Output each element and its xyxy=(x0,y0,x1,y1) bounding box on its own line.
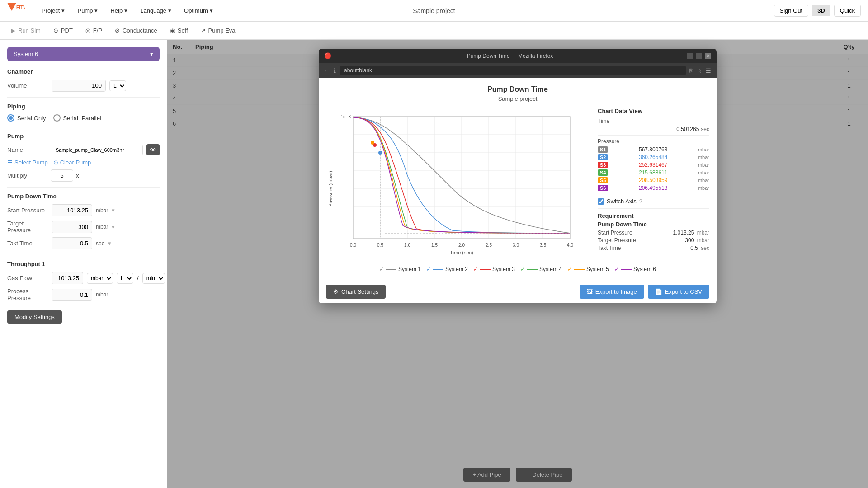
target-pressure-label: Target Pressure xyxy=(7,220,48,234)
chart-area: Pressure (mbar) xyxy=(326,108,709,263)
chart-settings-button[interactable]: ⚙ Chart Settings xyxy=(326,285,386,299)
legend-system4[interactable]: ✓ System 4 xyxy=(520,266,562,272)
y-axis-label: Pressure (mbar) xyxy=(328,171,333,206)
legend-system5[interactable]: ✓ System 5 xyxy=(567,266,609,272)
multiply-label: Multiply xyxy=(7,172,48,179)
legend-system1[interactable]: ✓ System 1 xyxy=(379,266,421,272)
browser-url-bar[interactable] xyxy=(340,66,686,75)
legend-check-system2: ✓ xyxy=(426,266,431,272)
project-name: Sample project xyxy=(413,7,455,14)
legend-line-system1 xyxy=(386,269,396,270)
svg-text:3.5: 3.5 xyxy=(540,243,546,248)
nav-menu: Project ▾ Pump ▾ Help ▾ Language ▾ Optim… xyxy=(36,5,774,17)
legend-system6[interactable]: ✓ System 6 xyxy=(614,266,656,272)
chart-bottom-bar: ⚙ Chart Settings 🖼 Export to Image 📄 Exp… xyxy=(319,280,717,303)
s3-badge: S3 xyxy=(598,162,608,168)
back-icon[interactable]: ← xyxy=(324,67,330,74)
chevron-down-icon: ▾ xyxy=(210,7,213,14)
select-pump-button[interactable]: ☰ Select Pump xyxy=(7,159,48,166)
sub-nav-run-sim[interactable]: ▶ Run Sim xyxy=(5,25,46,36)
export-csv-button[interactable]: 📄 Export to CSV xyxy=(648,285,709,299)
sub-nav-pdt[interactable]: ⊙ PDT xyxy=(48,25,78,36)
takt-time-label: Takt Time xyxy=(7,240,48,247)
volume-input[interactable] xyxy=(52,80,106,92)
piping-radio-group: Serial Only Serial+Parallel xyxy=(7,114,160,122)
cdv-time-value: 0.501265 xyxy=(676,126,699,132)
nav-pump[interactable]: Pump ▾ xyxy=(72,5,103,17)
nav-right: Sign Out 3D Quick xyxy=(774,5,861,17)
3d-button[interactable]: 3D xyxy=(812,5,830,16)
target-pressure-input[interactable] xyxy=(52,221,92,233)
series-row-s1: S1 567.800763 mbar xyxy=(598,146,709,153)
legend-system3[interactable]: ✓ System 3 xyxy=(473,266,515,272)
s4-unit: mbar xyxy=(698,170,709,175)
system5-dot xyxy=(371,141,374,145)
browser-close-button[interactable]: ✕ xyxy=(705,53,711,59)
seff-icon: ◉ xyxy=(170,27,175,34)
browser-maximize-button[interactable]: □ xyxy=(696,53,702,59)
process-pressure-input[interactable] xyxy=(52,289,92,301)
pdt-icon: ⊙ xyxy=(53,27,58,34)
export-image-button[interactable]: 🖼 Export to Image xyxy=(580,285,644,299)
gas-flow-input[interactable] xyxy=(52,272,83,284)
modal-overlay: 🔴 Pump Down Time — Mozilla Firefox ─ □ ✕… xyxy=(167,40,868,488)
star-icon[interactable]: ☆ xyxy=(697,67,702,74)
s1-unit: mbar xyxy=(698,147,709,152)
legend-check-system3: ✓ xyxy=(473,266,478,272)
sub-nav-pump-eval[interactable]: ↗ Pump Eval xyxy=(195,25,242,36)
series-row-s6: S6 206.495513 mbar xyxy=(598,185,709,191)
req-takt-time-label: Takt Time xyxy=(598,245,621,251)
browser-window: 🔴 Pump Down Time — Mozilla Firefox ─ □ ✕… xyxy=(319,49,717,303)
nav-project[interactable]: Project ▾ xyxy=(36,5,70,17)
sub-nav-fp[interactable]: ◎ F/P xyxy=(80,25,108,36)
pump-title: Pump xyxy=(7,133,160,140)
start-pressure-input[interactable] xyxy=(52,204,92,216)
quick-button[interactable]: Quick xyxy=(834,5,861,17)
serial-only-radio[interactable]: Serial Only xyxy=(7,114,46,122)
series-row-s5: S5 208.503959 mbar xyxy=(598,177,709,183)
pdt-req-title: Pump Down Time xyxy=(598,221,709,228)
s1-badge: S1 xyxy=(598,146,608,153)
nav-optimum[interactable]: Optimum ▾ xyxy=(179,5,218,17)
legend-check-system6: ✓ xyxy=(614,266,619,272)
menu-icon[interactable]: ☰ xyxy=(706,67,711,74)
switch-axis-help-icon: ? xyxy=(639,198,642,205)
req-target-pressure-row: Target Pressure 300 mbar xyxy=(598,237,709,244)
legend-check-system5: ✓ xyxy=(567,266,572,272)
takt-time-input[interactable] xyxy=(52,237,92,249)
gas-flow-row: Gas Flow mbar L / min xyxy=(7,272,160,284)
legend-line-system2 xyxy=(433,269,443,270)
pump-eye-button[interactable]: 👁 xyxy=(146,144,160,155)
serial-parallel-radio-circle xyxy=(53,114,61,122)
gas-flow-unit2-select[interactable]: L xyxy=(117,273,133,284)
legend-label-system5: System 5 xyxy=(586,266,609,272)
system-selector[interactable]: System 6 ▾ xyxy=(7,47,160,61)
serial-parallel-radio[interactable]: Serial+Parallel xyxy=(53,114,101,122)
sub-nav-conductance[interactable]: ⊗ Conductance xyxy=(109,25,163,36)
volume-unit-select[interactable]: L xyxy=(109,80,126,91)
sub-nav-seff[interactable]: ◉ Seff xyxy=(165,25,193,36)
svg-text:1.0: 1.0 xyxy=(404,243,410,248)
copy-icon[interactable]: ⎘ xyxy=(689,67,693,74)
process-pressure-row: Process Pressure mbar xyxy=(7,288,160,301)
clear-pump-button[interactable]: ⊙ Clear Pump xyxy=(53,159,91,166)
nav-help[interactable]: Help ▾ xyxy=(105,5,133,17)
nav-language[interactable]: Language ▾ xyxy=(135,5,177,17)
chevron-down-icon: ▾ xyxy=(112,224,115,230)
legend-line-system5 xyxy=(574,269,585,270)
gas-flow-unit1-select[interactable]: mbar xyxy=(87,273,113,284)
browser-minimize-button[interactable]: ─ xyxy=(687,53,693,59)
gas-flow-label: Gas Flow xyxy=(7,275,48,282)
gas-flow-sep: / xyxy=(137,275,139,282)
multiply-input[interactable] xyxy=(51,169,73,182)
sign-out-button[interactable]: Sign Out xyxy=(774,5,809,17)
pump-name-input[interactable] xyxy=(52,145,143,155)
switch-axis-checkbox[interactable] xyxy=(598,198,604,205)
gas-flow-unit3-select[interactable]: min xyxy=(142,273,165,284)
modify-settings-button[interactable]: Modify Settings xyxy=(7,310,62,324)
chevron-down-icon: ▾ xyxy=(150,51,153,57)
legend-label-system4: System 4 xyxy=(539,266,562,272)
svg-text:FITVAC: FITVAC xyxy=(16,5,25,10)
legend-system2[interactable]: ✓ System 2 xyxy=(426,266,468,272)
volume-label: Volume xyxy=(7,82,48,89)
